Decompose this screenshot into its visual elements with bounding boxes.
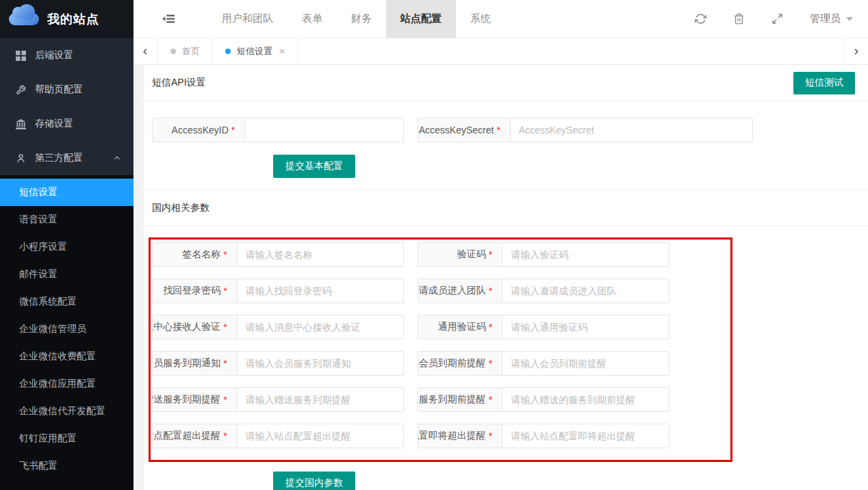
- required-mark: *: [489, 322, 492, 333]
- api-fields-row: AccessKeyID* AccessKeySecret*: [152, 118, 868, 142]
- top-tab-system[interactable]: 系统: [456, 0, 505, 38]
- main-area: 短信API设置 短信测试 AccessKeyID* AccessKeySecre…: [133, 65, 868, 490]
- site-config-exceed-input[interactable]: [238, 424, 403, 448]
- invite-member-input[interactable]: [502, 279, 669, 302]
- sidebar-item-storage-settings[interactable]: 存储设置: [0, 107, 133, 141]
- field-label: 赠送服务到期提醒*: [153, 388, 238, 411]
- verify-code-field-group: 验证码*: [418, 242, 669, 267]
- top-tab-site-config[interactable]: 站点配置: [386, 0, 456, 38]
- trash-icon[interactable]: [733, 13, 745, 25]
- submenu-label: 飞书配置: [19, 460, 58, 472]
- site-config-about-exceed-field-group: 站点配置即将超出提醒*: [418, 424, 669, 448]
- chevron-up-icon[interactable]: [113, 154, 121, 162]
- sidebar-menu: 后端设置 帮助页配置 存储设置 第三方配置: [0, 38, 133, 175]
- label-text: 站点配置超出提醒: [153, 430, 220, 442]
- site-config-about-exceed-input[interactable]: [502, 424, 669, 448]
- top-tab-label: 表单: [302, 12, 322, 25]
- domestic-submit-row: 提交国内参数: [273, 472, 868, 490]
- gift-service-expire-input[interactable]: [238, 388, 403, 411]
- grid-icon: [15, 50, 26, 61]
- sidebar-item-wecom-app-config[interactable]: 企业微信应用配置: [0, 370, 133, 398]
- submenu-label: 企业微信代开发配置: [19, 405, 105, 417]
- label-text: 邀请成员进入团队: [418, 285, 486, 297]
- label-text: AccessKeyID: [172, 125, 229, 136]
- cloud-logo-icon: [9, 13, 39, 25]
- top-tab-label: 站点配置: [400, 12, 442, 25]
- general-verify-code-input[interactable]: [502, 315, 669, 339]
- page-tab-sms-settings[interactable]: 短信设置 ×: [213, 38, 298, 64]
- page-tab-label: 短信设置: [237, 45, 272, 57]
- accesskeysecret-field-group: AccessKeySecret*: [418, 118, 753, 142]
- sidebar-item-voice-settings[interactable]: 语音设置: [0, 206, 133, 233]
- sidebar-item-third-party-config[interactable]: 第三方配置: [0, 141, 133, 175]
- highlighted-params-box: 签名名称* 验证码* 找回登录密码* 邀请成员进入团队*: [149, 237, 732, 462]
- submit-basic-config-button[interactable]: 提交基本配置: [273, 155, 355, 178]
- submenu-label: 企业微信收费配置: [19, 350, 96, 363]
- close-icon[interactable]: ×: [279, 46, 285, 57]
- field-label: AccessKeySecret*: [418, 118, 511, 142]
- sms-test-button[interactable]: 短信测试: [793, 72, 855, 94]
- gift-service-expire-field-group: 赠送服务到期提醒*: [152, 387, 404, 412]
- sidebar-item-miniprogram-settings[interactable]: 小程序设置: [0, 233, 133, 261]
- submenu-label: 小程序设置: [19, 241, 67, 253]
- collapse-menu-icon[interactable]: [162, 14, 175, 24]
- member-expire-reminder-input[interactable]: [502, 352, 669, 375]
- chevron-left-icon[interactable]: [133, 38, 158, 64]
- sidebar-item-backend-settings[interactable]: 后端设置: [0, 38, 133, 73]
- field-label: 邀请成员进入团队*: [418, 279, 502, 302]
- accesskeyid-input[interactable]: [245, 118, 403, 142]
- domestic-section-header: 国内相关参数: [144, 190, 868, 226]
- submit-domestic-params-button[interactable]: 提交国内参数: [273, 472, 355, 490]
- gift-service-pre-expire-field-group: 赠送的服务到期前提醒*: [418, 387, 669, 412]
- submenu-label: 企业微信应用配置: [19, 378, 96, 390]
- accesskeysecret-input[interactable]: [511, 118, 752, 142]
- verify-code-input[interactable]: [502, 243, 669, 266]
- sms-api-section-header: 短信API设置 短信测试: [144, 65, 868, 101]
- label-text: 赠送的服务到期前提醒: [418, 394, 486, 406]
- label-text: 站点配置即将超出提醒: [418, 430, 486, 442]
- wrench-icon: [15, 84, 26, 95]
- submenu-label: 邮件设置: [19, 268, 58, 281]
- label-text: 消息中心接收人验证: [153, 321, 220, 333]
- field-label: 会员到期前提醒*: [418, 352, 502, 375]
- message-center-verify-input[interactable]: [238, 315, 403, 339]
- person-icon: [15, 153, 26, 164]
- top-tab-users-teams[interactable]: 用户和团队: [207, 0, 288, 38]
- retrieve-password-input[interactable]: [238, 279, 403, 302]
- label-text: 验证码: [457, 248, 486, 261]
- sidebar-item-wecom-dev-config[interactable]: 企业微信代开发配置: [0, 398, 133, 425]
- tab-dot-icon: [170, 49, 176, 54]
- sidebar-item-wecom-admin[interactable]: 企业微信管理员: [0, 315, 133, 343]
- sidebar-item-feishu-config[interactable]: 飞书配置: [0, 452, 133, 480]
- api-submit-row: 提交基本配置: [273, 155, 868, 178]
- sidebar-item-help-page-config[interactable]: 帮助页配置: [0, 73, 133, 107]
- sidebar-item-label: 后端设置: [35, 49, 73, 62]
- sidebar-item-label: 第三方配置: [35, 152, 83, 164]
- gift-service-pre-expire-input[interactable]: [502, 388, 669, 411]
- sidebar-item-label: 帮助页配置: [35, 83, 83, 96]
- submenu-label: 语音设置: [19, 214, 58, 226]
- page-tab-home[interactable]: 首页: [158, 38, 213, 64]
- sidebar-item-mail-settings[interactable]: 邮件设置: [0, 261, 133, 288]
- top-tab-forms[interactable]: 表单: [288, 0, 337, 38]
- sidebar-item-dingtalk-app-config[interactable]: 钉钉应用配置: [0, 425, 133, 452]
- fullscreen-icon[interactable]: [771, 13, 784, 25]
- signature-name-input[interactable]: [238, 243, 403, 266]
- member-service-expire-input[interactable]: [238, 352, 403, 375]
- top-nav-tabs: 用户和团队 表单 财务 站点配置 系统: [207, 0, 505, 38]
- chevron-right-icon[interactable]: [843, 38, 868, 64]
- sidebar-item-wechat-system-config[interactable]: 微信系统配置: [0, 288, 133, 315]
- top-tab-finance[interactable]: 财务: [337, 0, 386, 38]
- section-title: 国内相关参数: [152, 202, 209, 214]
- admin-dropdown[interactable]: 管理员: [810, 12, 853, 25]
- invite-member-field-group: 邀请成员进入团队*: [418, 279, 669, 303]
- refresh-icon[interactable]: [695, 13, 707, 25]
- sidebar-item-wecom-billing-config[interactable]: 企业微信收费配置: [0, 343, 133, 370]
- sidebar-item-sms-settings[interactable]: 短信设置: [0, 179, 133, 206]
- sidebar-item-label: 存储设置: [35, 118, 73, 130]
- accesskeyid-field-group: AccessKeyID*: [152, 118, 404, 142]
- retrieve-password-field-group: 找回登录密码*: [152, 279, 404, 303]
- param-row: 赠送服务到期提醒* 赠送的服务到期前提醒*: [152, 387, 730, 412]
- submenu-label: 钉钉应用配置: [19, 433, 77, 445]
- label-text: 签名名称: [182, 248, 220, 261]
